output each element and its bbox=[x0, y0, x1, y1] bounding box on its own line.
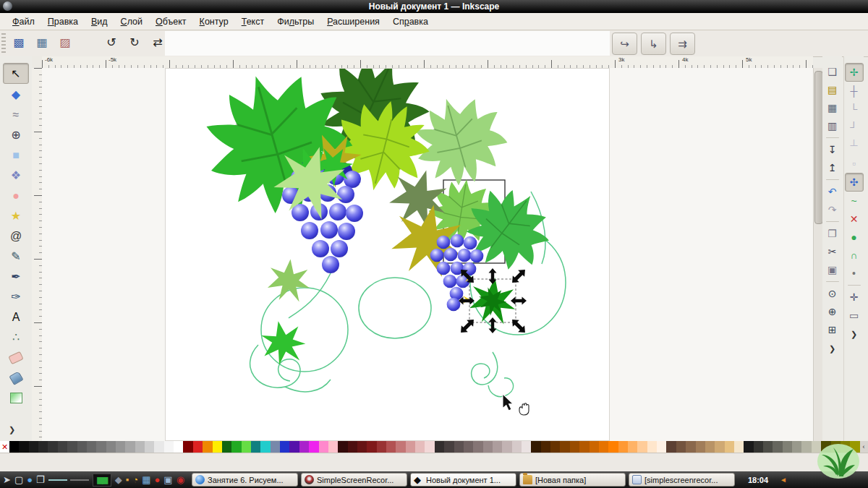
zoom-selection-button[interactable]: ⊙ bbox=[824, 285, 841, 302]
separator[interactable] bbox=[848, 285, 861, 286]
palette-swatch[interactable] bbox=[773, 441, 782, 453]
menu-path[interactable]: Контур bbox=[193, 15, 235, 28]
save-button[interactable]: ▦ bbox=[824, 99, 841, 116]
palette-swatch[interactable] bbox=[106, 441, 116, 453]
snap-bbox-midpoints-toggle[interactable]: ┴ bbox=[846, 137, 863, 154]
palette-swatch[interactable] bbox=[792, 441, 801, 453]
select-all-button[interactable]: ▩ bbox=[9, 33, 29, 53]
separator[interactable] bbox=[78, 33, 98, 53]
vertical-ruler[interactable] bbox=[32, 68, 43, 441]
palette-swatch[interactable] bbox=[386, 441, 396, 453]
palette-swatch[interactable] bbox=[154, 441, 163, 453]
palette-swatch[interactable] bbox=[657, 441, 666, 453]
palette-swatch[interactable] bbox=[271, 441, 280, 453]
tool-bezier-pen[interactable]: ✒ bbox=[4, 267, 28, 286]
taskbar-window-ssr[interactable]: SimpleScreenRecor... bbox=[301, 473, 407, 487]
taskbar-window-inkscape[interactable]: Новый документ 1... bbox=[410, 473, 516, 487]
title-bar[interactable]: Новый документ 1 — Inkscape bbox=[0, 0, 868, 13]
palette-swatch[interactable] bbox=[48, 441, 57, 453]
separator[interactable] bbox=[826, 281, 839, 282]
palette-swatch[interactable] bbox=[260, 441, 270, 453]
horizontal-ruler[interactable]: -6k-5k3k4k5k bbox=[42, 56, 813, 69]
menu-layer[interactable]: Слой bbox=[114, 15, 149, 28]
display-settings-icon[interactable]: ▣ bbox=[163, 474, 172, 487]
palette-swatch[interactable] bbox=[705, 441, 715, 453]
taskbar-window-lesson[interactable]: Занятие 6. Рисуем... bbox=[192, 473, 298, 487]
palette-swatch[interactable] bbox=[512, 441, 522, 453]
toolbox-overflow-arrow[interactable]: ❯ bbox=[9, 425, 15, 435]
snap-overflow-arrow[interactable]: ❯ bbox=[844, 330, 864, 339]
palette-swatch[interactable] bbox=[435, 441, 444, 453]
palette-swatch[interactable] bbox=[289, 441, 299, 453]
menu-text[interactable]: Текст bbox=[235, 15, 271, 28]
window-menu-icon[interactable] bbox=[3, 1, 12, 11]
palette-swatch[interactable] bbox=[744, 441, 753, 453]
transform-stroke-toggle[interactable]: ↪ bbox=[612, 33, 637, 55]
palette-swatch[interactable] bbox=[754, 441, 763, 453]
palette-swatch[interactable] bbox=[87, 441, 96, 453]
palette-swatch[interactable] bbox=[145, 441, 154, 453]
cut-button[interactable]: ✂ bbox=[824, 243, 841, 260]
palette-swatch[interactable] bbox=[493, 441, 502, 453]
snap-bbox-centers-toggle[interactable]: ▫ bbox=[846, 155, 863, 172]
rotate-cw-button[interactable]: ↻ bbox=[124, 33, 145, 53]
zoom-drawing-button[interactable]: ⊕ bbox=[824, 303, 841, 320]
workspace-pager[interactable] bbox=[48, 475, 89, 485]
menu-view[interactable]: Вид bbox=[85, 15, 114, 28]
palette-swatch[interactable] bbox=[666, 441, 676, 453]
palette-swatch[interactable] bbox=[464, 441, 473, 453]
palette-swatch[interactable] bbox=[715, 441, 724, 453]
leaf-small-light[interactable] bbox=[267, 257, 312, 303]
palette-swatch[interactable] bbox=[483, 441, 493, 453]
palette-swatch[interactable] bbox=[174, 441, 183, 453]
palette-swatch[interactable] bbox=[763, 441, 773, 453]
palette-swatch[interactable] bbox=[676, 441, 686, 453]
taskbar-clock[interactable]: 18:04 bbox=[741, 476, 775, 484]
app-launcher-icon[interactable]: ➤ bbox=[3, 474, 11, 487]
tool-3d-box[interactable]: ❖ bbox=[4, 166, 28, 185]
palette-swatch[interactable] bbox=[560, 441, 569, 453]
grape-bunch-right[interactable] bbox=[430, 234, 484, 312]
palette-swatch[interactable] bbox=[357, 441, 367, 453]
tool-zoom[interactable]: ⊕ bbox=[4, 125, 28, 145]
paste-button[interactable]: ▣ bbox=[824, 261, 841, 278]
copy-button[interactable]: ❐ bbox=[824, 225, 841, 242]
taskbar-window-folder[interactable]: [Новая папка] bbox=[519, 473, 626, 487]
deselect-button[interactable]: ▨ bbox=[55, 33, 75, 53]
snap-rotation-center-toggle[interactable]: ✛ bbox=[846, 288, 863, 306]
palette-swatch[interactable] bbox=[725, 441, 734, 453]
separator[interactable] bbox=[826, 179, 839, 180]
export-button[interactable]: ↥ bbox=[824, 159, 841, 176]
palette-swatch[interactable] bbox=[299, 441, 309, 453]
menu-object[interactable]: Объект bbox=[149, 15, 193, 28]
redo-button[interactable]: ↷ bbox=[824, 201, 841, 218]
palette-swatch[interactable] bbox=[734, 441, 744, 453]
palette-swatch[interactable] bbox=[367, 441, 376, 453]
palette-swatch[interactable] bbox=[541, 441, 550, 453]
palette-swatch[interactable] bbox=[783, 441, 792, 453]
palette-swatch[interactable] bbox=[590, 441, 599, 453]
import-button[interactable]: ↧ bbox=[824, 141, 841, 158]
transform-corners-toggle[interactable]: ↳ bbox=[641, 33, 666, 55]
palette-swatch[interactable] bbox=[77, 441, 87, 453]
toolbar-drag-handle[interactable] bbox=[1, 33, 6, 53]
palette-swatch[interactable] bbox=[473, 441, 482, 453]
snap-bbox-edges-toggle[interactable]: └ bbox=[846, 100, 863, 118]
palette-swatch[interactable] bbox=[222, 441, 231, 453]
recorder-target-icon[interactable]: ◉ bbox=[176, 474, 184, 487]
tool-rectangle[interactable]: ■ bbox=[4, 145, 28, 165]
palette-swatch[interactable] bbox=[116, 441, 125, 453]
commands-overflow-arrow[interactable]: ❯ bbox=[822, 344, 842, 354]
palette-swatch[interactable] bbox=[213, 441, 222, 453]
palette-swatch[interactable] bbox=[406, 441, 415, 453]
clock-applet-icon[interactable]: ◔ bbox=[132, 474, 138, 487]
vertical-scrollbar[interactable] bbox=[813, 68, 823, 441]
show-desktop-icon[interactable]: ▢ bbox=[14, 474, 23, 487]
system-monitor-icon[interactable]: ▆▆ bbox=[93, 474, 111, 487]
palette-swatch[interactable] bbox=[251, 441, 260, 453]
palette-swatch[interactable] bbox=[801, 441, 811, 453]
tool-node-editor[interactable]: ◆ bbox=[4, 85, 28, 104]
image-viewer-icon[interactable]: ▦ bbox=[142, 474, 150, 487]
palette-swatch[interactable] bbox=[522, 441, 531, 453]
palette-swatch[interactable] bbox=[242, 441, 251, 453]
